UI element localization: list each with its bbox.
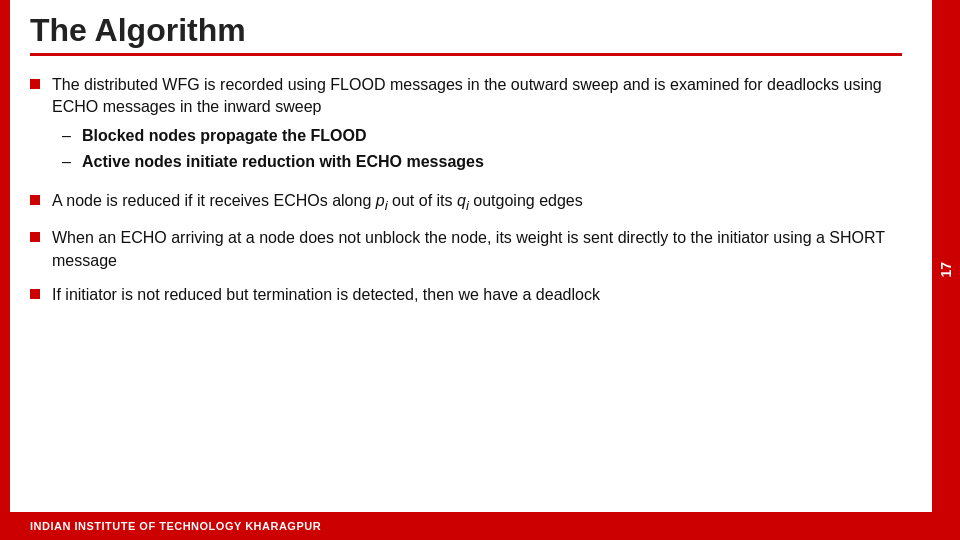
sub-item-2: – Active nodes initiate reduction with E…	[62, 151, 902, 173]
bullet-square-4	[30, 289, 40, 299]
bullet-item-4: If initiator is not reduced but terminat…	[30, 284, 902, 306]
bullet2-var1: pi	[376, 192, 388, 209]
left-accent-bar	[0, 0, 10, 540]
bullet2-after: outgoing edges	[469, 192, 583, 209]
bullet-text-1: The distributed WFG is recorded using FL…	[52, 74, 902, 178]
bullet-text-2: A node is reduced if it receives ECHOs a…	[52, 190, 902, 216]
sub-text-1: Blocked nodes propagate the FLOOD	[82, 125, 902, 147]
sub-dash-2: –	[62, 151, 82, 173]
bullet-list: The distributed WFG is recorded using FL…	[30, 74, 902, 307]
sub-item-1: – Blocked nodes propagate the FLOOD	[62, 125, 902, 147]
bullet-item-1: The distributed WFG is recorded using FL…	[30, 74, 902, 178]
bullet-square-1	[30, 79, 40, 89]
slide-container: 17 The Algorithm The distributed WFG is …	[0, 0, 960, 540]
bullet2-before: A node is reduced if it receives ECHOs a…	[52, 192, 376, 209]
bullet-item-3: When an ECHO arriving at a node does not…	[30, 227, 902, 272]
bullet-square-2	[30, 195, 40, 205]
sub-list-1: – Blocked nodes propagate the FLOOD – Ac…	[62, 125, 902, 174]
right-accent-bar: 17	[932, 0, 960, 540]
bullet-text-4: If initiator is not reduced but terminat…	[52, 284, 902, 306]
bullet2-middle: out of its	[388, 192, 457, 209]
bullet1-text: The distributed WFG is recorded using FL…	[52, 76, 882, 115]
footer-text: INDIAN INSTITUTE OF TECHNOLOGY KHARAGPUR	[30, 520, 321, 532]
bullet-item-2: A node is reduced if it receives ECHOs a…	[30, 190, 902, 216]
bullet-square-3	[30, 232, 40, 242]
footer-bar: INDIAN INSTITUTE OF TECHNOLOGY KHARAGPUR	[10, 512, 932, 540]
sub-text-2: Active nodes initiate reduction with ECH…	[82, 151, 902, 173]
bullet2-var2: qi	[457, 192, 469, 209]
main-content: The Algorithm The distributed WFG is rec…	[10, 0, 932, 540]
page-title: The Algorithm	[30, 12, 902, 56]
sub-dash-1: –	[62, 125, 82, 147]
slide-number: 17	[938, 262, 954, 278]
bullet-text-3: When an ECHO arriving at a node does not…	[52, 227, 902, 272]
